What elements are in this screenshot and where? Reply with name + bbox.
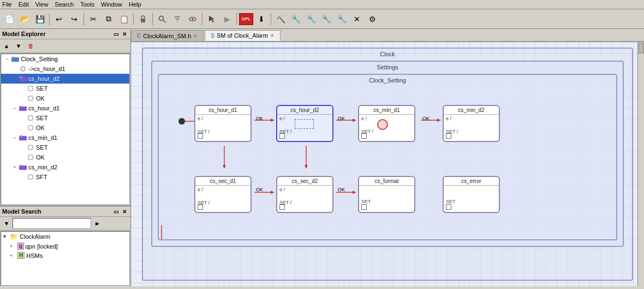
menu-window[interactable]: Window <box>101 1 122 8</box>
state-cs-sec-d1[interactable]: cs_sec_d1 e / SET / <box>194 176 252 213</box>
tree-item-cs-hour-d1-arrow[interactable]: ->cs_hour_d1 <box>1 64 129 74</box>
expand-clockalarm[interactable]: ▼ <box>2 234 10 239</box>
cursor-button[interactable] <box>205 12 219 26</box>
state-cs-sec-d2[interactable]: cs_sec_d2 e / SET / <box>276 176 333 213</box>
filter-button[interactable] <box>170 12 184 26</box>
tree-label-cs-hour-d1-ok: OK <box>36 125 45 131</box>
tree-item-cs-min-d2[interactable]: + cs_min_d2 <box>1 162 129 172</box>
build4-button[interactable]: 🔧 <box>319 12 333 26</box>
gpl-button[interactable]: GPL <box>239 13 253 25</box>
menu-file[interactable]: File <box>2 1 12 8</box>
tab-clockalarm-sm-h[interactable]: C ClockAlarm_SM.h ✕ <box>131 30 204 41</box>
menu-search[interactable]: Search <box>55 1 74 8</box>
download-button[interactable]: ⬇ <box>254 12 269 26</box>
close-panel-icon[interactable]: ✕ <box>121 30 128 38</box>
expand-qpn[interactable]: + <box>10 244 17 249</box>
svg-rect-13 <box>19 76 22 78</box>
search-expand-btn[interactable]: ▼ <box>1 218 12 229</box>
tree-item-cs-hour-d1-ok[interactable]: OK <box>1 123 129 133</box>
menu-help[interactable]: Help <box>129 1 141 8</box>
svg-rect-15 <box>28 96 33 101</box>
tree-item-cs-hour-d1[interactable]: − cs_hour_d1 <box>1 103 129 113</box>
state-cs-hour-d2[interactable]: cs_hour_d2 e / SET / <box>276 105 333 142</box>
build3-button[interactable]: 🔧 <box>304 12 318 26</box>
expander-cs-hour-d2[interactable]: − <box>11 76 19 81</box>
search-input[interactable] <box>13 218 91 229</box>
sep4 <box>152 13 153 25</box>
expand-hsms[interactable]: + <box>10 253 17 258</box>
arrow-button[interactable]: ▶ <box>220 12 234 26</box>
undo-button[interactable]: ↩ <box>52 12 66 26</box>
menu-edit[interactable]: Edit <box>19 1 29 8</box>
search-node-clockalarm[interactable]: ▼ 📁 ClockAlarm <box>1 232 129 241</box>
diagram-area[interactable]: Clock Settings Clock_Setting <box>131 42 644 286</box>
diagram-scrollbar[interactable] <box>637 42 644 286</box>
expander-cs-min-d2[interactable]: + <box>11 164 19 170</box>
set-icon-cs-min-d2-sft <box>26 173 35 181</box>
state-cs-min-d2[interactable]: cs_min_d2 e / SET / <box>443 105 500 142</box>
set-label-cs-hour-d1: SET / <box>198 129 248 134</box>
svg-point-1 <box>159 16 164 20</box>
tree-item-cs-hour-d2-ok[interactable]: OK <box>1 93 129 103</box>
open-button[interactable]: 📂 <box>17 12 32 26</box>
tree-item-cs-hour-d2-set[interactable]: SET <box>1 84 129 93</box>
tab-close-clockalarm[interactable]: ✕ <box>193 33 198 39</box>
tree-item-clock-setting[interactable]: − Clock_Setting <box>1 54 129 64</box>
close-search-icon[interactable]: ✕ <box>121 208 128 215</box>
state-cs-format[interactable]: cs_format SET <box>358 176 415 213</box>
header-icons: ▭ ✕ <box>112 30 128 38</box>
expand-up-btn[interactable]: ▲ <box>1 40 12 51</box>
search-node-hsms[interactable]: + H HSMs <box>1 251 129 260</box>
state-label-cs-min-d2: cs_min_d2 <box>444 106 499 115</box>
scroll-thumb[interactable] <box>639 43 644 54</box>
lock-button[interactable] <box>136 12 150 26</box>
tree-item-cs-min-d1[interactable]: − cs_min_d1 <box>1 133 129 143</box>
build-button[interactable]: 🔨 <box>273 12 288 26</box>
expand-down-btn[interactable]: ▼ <box>13 40 24 51</box>
menu-tools[interactable]: Tools <box>80 1 94 8</box>
tab-sm-clock-alarm[interactable]: S SM of Clock_Alarm ✕ <box>205 30 281 41</box>
state-icon-cs-hour-d1-arrow <box>19 64 27 73</box>
copy-button[interactable]: ⧉ <box>102 12 116 26</box>
set-label-cs-min-d2: SET / <box>446 129 497 134</box>
tab-label-clockalarm-sm-h: ClockAlarm_SM.h <box>143 33 191 39</box>
state-cs-min-d1[interactable]: cs_min_d1 e / SET / <box>358 105 415 142</box>
build5-button[interactable]: 🔧 <box>335 12 349 26</box>
state-cs-hour-d1[interactable]: cs_hour_d1 e / SET / <box>194 105 252 142</box>
restore-search-icon[interactable]: ▭ <box>112 208 120 215</box>
save-button[interactable]: 💾 <box>33 12 47 26</box>
search-node-qpn[interactable]: + q qpn [locked] <box>1 241 129 251</box>
search-tree[interactable]: ▼ 📁 ClockAlarm + q qpn [locked] + H HSMs <box>1 231 130 286</box>
tree-item-cs-hour-d2[interactable]: − cs_hour_d2 <box>1 74 129 84</box>
set-label-cs-sec-d1: SET / <box>198 200 248 205</box>
menu-view[interactable]: View <box>35 1 49 8</box>
cs-label: Clock_Setting <box>369 77 406 84</box>
expander-clock-setting[interactable]: − <box>3 56 11 62</box>
svg-marker-40 <box>223 165 226 169</box>
tree-label-cs-hour-d1-set: SET <box>36 115 47 121</box>
build2-button[interactable]: 🔧 <box>289 12 303 26</box>
model-search-title: Model Search <box>2 208 41 215</box>
state-content-cs-hour-d1: e / SET / <box>195 115 251 135</box>
eye-button[interactable] <box>186 12 200 26</box>
delete-btn[interactable]: 🗑 <box>25 40 36 51</box>
redo-button[interactable]: ↪ <box>67 12 81 26</box>
tree-item-cs-min-d2-sft[interactable]: SFT <box>1 172 129 182</box>
new-button[interactable]: 📄 <box>2 12 16 26</box>
close-all-button[interactable]: ✕ <box>350 12 364 26</box>
svg-marker-38 <box>353 191 356 194</box>
settings-button[interactable]: ⚙ <box>365 12 379 26</box>
tree-item-cs-min-d1-set[interactable]: SET <box>1 143 129 152</box>
expander-cs-min-d1[interactable]: − <box>11 135 19 140</box>
search-button[interactable] <box>155 12 169 26</box>
paste-button[interactable]: 📋 <box>117 12 131 26</box>
search-go-btn[interactable]: ▶ <box>92 218 103 229</box>
tree-item-cs-min-d1-ok[interactable]: OK <box>1 152 129 162</box>
tab-close-sm[interactable]: ✕ <box>270 33 275 38</box>
cut-button[interactable]: ✂ <box>86 12 100 26</box>
restore-icon[interactable]: ▭ <box>112 30 120 38</box>
tree-item-cs-hour-d1-set[interactable]: SET <box>1 113 129 123</box>
state-cs-error[interactable]: cs_error SET <box>443 176 500 213</box>
expander-cs-hour-d1[interactable]: − <box>11 105 19 111</box>
model-explorer-tree[interactable]: − Clock_Setting ->cs_hour_d1 <box>1 54 130 205</box>
